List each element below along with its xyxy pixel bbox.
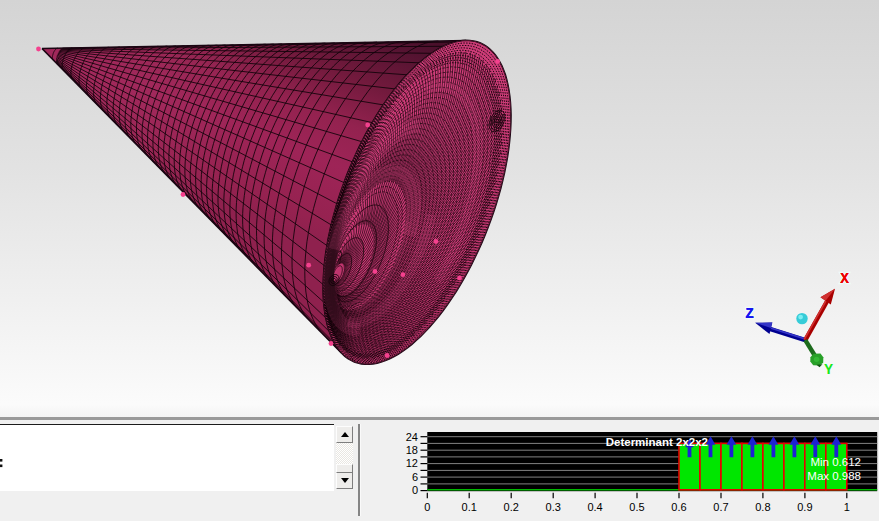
svg-text:Max 0.988: Max 0.988 [807,470,861,482]
svg-text:0.4: 0.4 [587,501,602,513]
svg-text:24: 24 [406,431,418,443]
svg-text:0.8: 0.8 [755,501,770,513]
svg-text:Y: Y [824,362,833,378]
svg-text:Determinant 2x2x2: Determinant 2x2x2 [606,436,708,448]
svg-text:X: X [840,271,849,287]
svg-text:0.7: 0.7 [713,501,728,513]
svg-text:12: 12 [406,457,418,469]
svg-text:0: 0 [424,501,430,513]
svg-text:Min 0.612: Min 0.612 [810,456,861,468]
svg-text:0.9: 0.9 [797,501,812,513]
svg-text:0: 0 [412,484,418,496]
svg-text:0.2: 0.2 [504,501,519,513]
svg-text:18: 18 [406,444,418,456]
svg-text:0.6: 0.6 [671,501,686,513]
svg-text:0.5: 0.5 [629,501,644,513]
svg-text:Z: Z [745,306,754,322]
svg-text:6: 6 [412,471,418,483]
svg-text:1: 1 [844,501,850,513]
svg-text:0.3: 0.3 [546,501,561,513]
svg-text:0.1: 0.1 [462,501,477,513]
